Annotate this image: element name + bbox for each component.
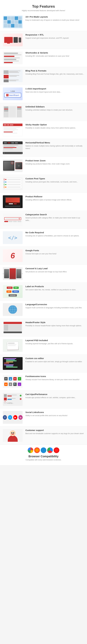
feature-item-unlimited-sidebars: Unlimited Sidebars Including unlimited s…	[0, 103, 87, 121]
feature-item-product-inner-zoom: ⊕ Product Inner Zoom Including top produ…	[0, 157, 87, 175]
feature-description-language-currencies: Support multi currencies & languages inc…	[25, 306, 84, 309]
page-title: Top Features	[3, 4, 84, 9]
feature-title-product-inner-zoom: Product Inner Zoom	[25, 159, 84, 162]
feature-image-fontawesome-icons: ✉ ☁ ♥ ✓ ★ ⚙ 🔍 ♪	[3, 375, 23, 388]
feature-image-no-code-required: </>	[3, 231, 23, 244]
feature-title-responsive-rtl: Responsive + RTL	[25, 34, 84, 36]
feature-item-shortcodes-variants: Shortcodes & Variants Including 90+ shor…	[0, 49, 87, 67]
feature-description-sticky-header-option: Flexibility to enable disable sticky men…	[25, 127, 84, 129]
feature-item-custom-css-editor: Custom css editor If wanted to set custo…	[0, 354, 87, 372]
feature-image-responsive-rtl	[3, 34, 23, 46]
feature-item-custom-post-types: Custom Post Types Including various post…	[0, 175, 87, 193]
feature-title-carousel-lazy-load: Carousel & Lazy Load	[25, 267, 84, 270]
browser-icons-row	[3, 448, 84, 453]
feature-text-blog-post-formats: Blog Post & Formats Including Blog Post …	[25, 70, 84, 75]
page-subtitle: Highly recommended features developed wi…	[3, 10, 84, 12]
feature-image-cart-ajax-performance: ✓ ♥ Loading...	[3, 393, 23, 406]
feature-title-fontawesome-icons: FontAwesome Icons	[25, 375, 84, 378]
feature-title-header-footer-style: Header/Footer Style	[25, 321, 84, 324]
feature-text-google-fonts: Google Fonts Choose font-style on over y…	[25, 249, 84, 255]
feature-description-unlimited-sidebars: Including unlimited sidebars helps to cr…	[25, 109, 84, 111]
feature-image-custom-post-types	[3, 177, 23, 190]
feature-text-cart-ajax-performance: Cart Ajax/Perfomance Include ajax produc…	[25, 393, 84, 399]
feature-description-google-fonts: Choose font-style on over your free font…	[25, 252, 84, 255]
feature-title-google-fonts: Google Fonts	[25, 249, 84, 252]
feature-image-language-currencies	[3, 303, 23, 316]
header-section: Top Features Highly recommended features…	[0, 0, 87, 13]
feature-text-responsive-rtl: Responsive + RTL Support smart-grid resp…	[25, 34, 84, 39]
feature-title-unlimited-sidebars: Unlimited Sidebars	[25, 106, 84, 108]
feature-title-customer-support: Customer support	[25, 429, 84, 432]
feature-title-shortcodes-variants: Shortcodes & Variants	[25, 52, 84, 54]
feature-title-blog-post-formats: Blog Post & Formats	[25, 70, 84, 72]
feature-image-pre-made-layouts	[3, 16, 23, 28]
feature-description-social-links-icons: Ability to set social-profile links and …	[25, 414, 84, 417]
feature-description-custom-css-editor: If wanted to set custom-style and look, …	[25, 360, 84, 363]
feature-description-no-code-required: Including lots of options & flexibilitie…	[25, 234, 84, 237]
feature-text-carousel-lazy-load: Carousel & Lazy Load Set products as car…	[25, 267, 84, 273]
feature-description-custom-post-types: Including various post-types like, testi…	[25, 180, 84, 183]
firefox-icon	[34, 448, 40, 453]
feature-image-customer-support	[3, 429, 23, 442]
feature-image-blog-post-formats	[3, 70, 23, 82]
feature-description-cart-ajax-performance: Include ajax product-effects on cart, wi…	[25, 396, 84, 399]
feature-title-custom-post-types: Custom Post Types	[25, 177, 84, 180]
feature-image-header-footer-style	[3, 321, 23, 334]
feature-text-header-footer-style: Header/Footer Style Flexibility to choos…	[25, 321, 84, 327]
feature-item-pre-made-layouts: 15+ Pre-Made Layouts Easy to mix&match a…	[0, 13, 87, 31]
feature-text-sticky-header-option: Sticky Header Option Flexibility to enab…	[25, 124, 84, 129]
feature-item-sticky-header-option: Sticky Header Option Flexibility to enab…	[0, 121, 87, 139]
feature-item-horizontal-vertical-menu: Horizontal/Vertical Menu Options to crea…	[0, 139, 87, 157]
feature-item-language-currencies: Language/Currencies Support multi curren…	[0, 301, 87, 318]
feature-item-header-footer-style: Header/Footer Style Flexibility to choos…	[0, 318, 87, 336]
feature-description-layered-psd-included: Including layered-homepage .psd files wi…	[25, 342, 84, 345]
feature-title-custom-css-editor: Custom css editor	[25, 357, 84, 360]
feature-text-product-inner-zoom: Product Inner Zoom Including top product…	[25, 159, 84, 165]
feature-image-product-inner-zoom: ⊕	[3, 159, 23, 172]
feature-image-product-rollover	[3, 195, 23, 208]
feature-text-1click-import-export: 1 click import/export Need one-click to …	[25, 88, 84, 93]
feature-title-sticky-header-option: Sticky Header Option	[25, 124, 84, 126]
feature-text-language-currencies: Language/Currencies Support multi curren…	[25, 303, 84, 309]
feature-item-layered-psd-included: Layered PSD Included Including layered-h…	[0, 336, 87, 354]
feature-image-custom-css-editor	[3, 357, 23, 370]
feature-title-1click-import-export: 1 click import/export	[25, 88, 84, 90]
feature-item-label-on-products: SALE NEW HOT TREND VERIFIED Label on Pro…	[0, 283, 87, 301]
feature-description-fontawesome-icons: Already include Font-Awesome library, to…	[25, 378, 84, 381]
chrome-icon	[28, 448, 33, 453]
feature-item-1click-import-export: 1 click ⇄ Import/Export 1 click import/e…	[0, 85, 87, 103]
feature-item-google-fonts: 6 Google Fonts Choose font-style on over…	[0, 247, 87, 265]
feature-description-blog-post-formats: Including Blog Post and Format Designs l…	[25, 73, 84, 75]
feature-title-language-currencies: Language/Currencies	[25, 303, 84, 306]
feature-description-carousel-lazy-load: Set products as carousel and image as la…	[25, 270, 84, 273]
feature-title-horizontal-vertical-menu: Horizontal/Vertical Menu	[25, 142, 84, 144]
feature-text-label-on-products: Label on Products Set custom-label like,…	[25, 285, 84, 291]
feature-description-customer-support: Best and non-breakable customer supports…	[25, 432, 84, 435]
opera-icon	[54, 448, 59, 453]
feature-description-responsive-rtl: Support smart-grid responsive structure,…	[25, 37, 84, 39]
feature-item-blog-post-formats: Blog Post & Formats Including Blog Post …	[0, 67, 87, 85]
feature-item-customer-support: Customer support Best and non-breakable …	[0, 426, 87, 444]
feature-image-shortcodes-variants	[3, 52, 23, 64]
feature-text-fontawesome-icons: FontAwesome Icons Already include Font-A…	[25, 375, 84, 381]
feature-text-unlimited-sidebars: Unlimited Sidebars Including unlimited s…	[25, 106, 84, 111]
feature-item-categorywise-search: Categorywise Search Search products with…	[0, 211, 87, 229]
feature-text-customer-support: Customer support Best and non-breakable …	[25, 429, 84, 435]
feature-item-social-links-icons: f t ▶ ig Social Links/Icons Ability to s…	[0, 408, 87, 426]
feature-image-categorywise-search	[3, 213, 23, 226]
browser-compat-title: Browser Compatibility	[3, 455, 84, 458]
feature-image-1click-import-export: 1 click ⇄ Import/Export	[3, 88, 23, 100]
page-wrapper: Top Features Highly recommended features…	[0, 0, 87, 465]
feature-image-sticky-header-option	[3, 124, 23, 136]
feature-title-layered-psd-included: Layered PSD Included	[25, 339, 84, 342]
feature-image-carousel-lazy-load: ‹ ›	[3, 267, 23, 280]
feature-image-google-fonts: 6	[3, 249, 23, 262]
feature-text-product-rollover: Product Rollover Including different sty…	[25, 195, 84, 201]
feature-title-social-links-icons: Social Links/Icons	[25, 411, 84, 414]
feature-description-label-on-products: Set custom-label like, hot, trends, veri…	[25, 288, 84, 291]
browser-compat-section: Browser Compatibility Compatible with ev…	[0, 444, 87, 465]
feature-title-no-code-required: No Code Required	[25, 231, 84, 234]
ie-icon	[41, 448, 46, 453]
feature-item-no-code-required: </> No Code Required Including lots of o…	[0, 229, 87, 247]
feature-text-layered-psd-included: Layered PSD Included Including layered-h…	[25, 339, 84, 345]
